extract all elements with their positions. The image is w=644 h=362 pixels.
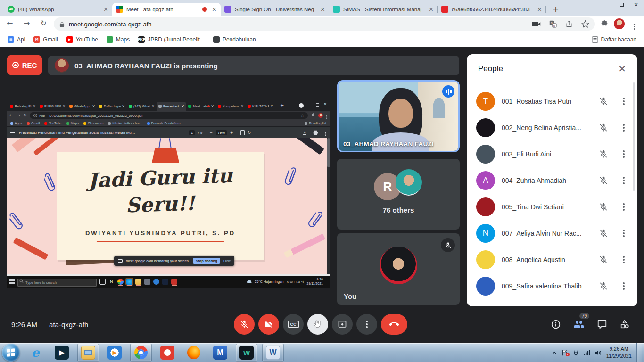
share-icon[interactable] bbox=[565, 20, 573, 28]
participant-options-button[interactable] bbox=[620, 180, 627, 181]
more-options-button[interactable] bbox=[356, 314, 377, 335]
end-call-button[interactable] bbox=[381, 314, 407, 335]
bookmark[interactable]: ▶ YouTube bbox=[66, 36, 98, 43]
taskbar-chrome[interactable] bbox=[130, 344, 152, 362]
forward-icon[interactable]: → bbox=[24, 19, 30, 28]
pdf-page-number[interactable]: 1 bbox=[189, 130, 195, 135]
print-icon[interactable] bbox=[313, 130, 318, 135]
tray-network-icon[interactable] bbox=[584, 350, 590, 355]
window-minimize-button[interactable] bbox=[604, 1, 611, 8]
paperclip-decoration bbox=[305, 207, 328, 232]
start-button[interactable] bbox=[2, 344, 20, 362]
participant-options-button[interactable] bbox=[620, 100, 627, 102]
inner-browser-tab: Meet - ata × bbox=[186, 102, 216, 111]
meeting-details-button[interactable] bbox=[551, 319, 561, 329]
participant-row: N 007_Aeliya Alvin Nur Rac... bbox=[467, 220, 637, 247]
bookmark[interactable]: Pendahuluan bbox=[213, 36, 256, 43]
activities-button[interactable] bbox=[619, 319, 630, 329]
browser-tab[interactable]: Meet - ata-qxgz-afh × bbox=[112, 3, 221, 16]
camera-indicator-icon[interactable] bbox=[532, 21, 541, 27]
tray-show-hidden-icons[interactable] bbox=[552, 351, 557, 354]
camera-toggle-button[interactable] bbox=[258, 314, 279, 335]
inner-bookmark: Formulir Pendaftara... bbox=[147, 122, 183, 125]
translate-icon[interactable]: ab bbox=[549, 20, 557, 28]
new-tab-button[interactable]: + bbox=[550, 3, 562, 16]
participant-options-button[interactable] bbox=[620, 127, 627, 129]
bookmark-star-icon[interactable] bbox=[581, 20, 589, 28]
tab-close-icon[interactable]: × bbox=[320, 6, 325, 13]
pdf-title: Presentasi Pendidikan Ilmu Pengetahuan S… bbox=[19, 131, 137, 135]
bookmark[interactable]: M Gmail bbox=[33, 36, 58, 43]
people-button[interactable]: 79 bbox=[573, 319, 585, 330]
bookmarks-bar: ▦ Apl M Gmail ▶ YouTube Maps bbox=[0, 32, 644, 47]
lock-icon bbox=[59, 21, 65, 27]
inner-browser-tab: Relaxing Piano × bbox=[8, 102, 38, 111]
participant-options-button[interactable] bbox=[620, 285, 627, 287]
present-button[interactable] bbox=[332, 314, 353, 335]
reload-icon[interactable]: ↻ bbox=[41, 19, 47, 27]
bookmark[interactable]: ▦ Apl bbox=[8, 36, 25, 43]
participant-options-button[interactable] bbox=[620, 259, 627, 261]
participant-mic-off-icon bbox=[599, 255, 608, 264]
hide-sharing-button[interactable]: Hide bbox=[223, 259, 231, 263]
slide-card: Jadi Guru itu Seru!! DWIYANTI YUSNINDYA … bbox=[57, 152, 264, 260]
rotate-icon[interactable]: ↻ bbox=[248, 131, 251, 135]
participant-options-button[interactable] bbox=[620, 232, 627, 234]
browser-menu-icon[interactable] bbox=[634, 21, 635, 29]
participant-avatar: N bbox=[476, 224, 495, 243]
participant-options-button[interactable] bbox=[620, 206, 627, 208]
chrome-icon bbox=[134, 346, 148, 359]
browser-tab[interactable]: 48 (48) WhatsApp × bbox=[4, 3, 112, 16]
tab-close-icon[interactable]: × bbox=[103, 6, 108, 13]
tab-favicon bbox=[333, 6, 340, 13]
show-desktop-button[interactable] bbox=[636, 343, 642, 362]
bookmark[interactable]: PKP JPBD (Jurnal Penelit... bbox=[138, 36, 205, 43]
address-bar[interactable]: meet.google.com/ata-qxgz-afh ab bbox=[54, 17, 595, 31]
tray-volume-icon[interactable] bbox=[595, 350, 602, 356]
taskbar-maxthon[interactable]: M bbox=[209, 344, 231, 362]
people-panel-scrollbar[interactable] bbox=[633, 82, 635, 191]
stop-sharing-button[interactable]: Stop sharing bbox=[193, 258, 220, 264]
tray-action-center-flag-icon[interactable]: × bbox=[561, 349, 568, 356]
others-tile[interactable]: R 76 others bbox=[337, 159, 460, 230]
you-video-tile[interactable]: You bbox=[337, 233, 460, 305]
window-restore-button[interactable] bbox=[619, 1, 625, 8]
chat-button[interactable] bbox=[597, 319, 607, 329]
zoom-in-icon[interactable]: + bbox=[230, 131, 233, 135]
slide-title-line2: Seru!! bbox=[56, 189, 264, 219]
back-icon[interactable]: ← bbox=[7, 19, 13, 28]
taskbar-filmora[interactable]: ▶ bbox=[51, 344, 73, 362]
browser-tab[interactable]: Single Sign On - Universitas Neg × bbox=[221, 3, 329, 16]
zoom-out-icon[interactable]: − bbox=[209, 131, 213, 135]
extensions-puzzle-icon[interactable] bbox=[601, 20, 608, 28]
taskbar-gom-player[interactable] bbox=[157, 344, 178, 362]
fit-page-icon[interactable] bbox=[240, 130, 245, 135]
browser-tab[interactable]: SIMAS - Sistem Informasi Manaj × bbox=[329, 3, 438, 16]
taskbar-word[interactable]: W bbox=[262, 344, 284, 362]
profile-avatar[interactable] bbox=[614, 18, 625, 29]
mic-toggle-button[interactable] bbox=[234, 314, 255, 335]
download-icon[interactable]: ↓ bbox=[303, 130, 306, 135]
tab-close-icon[interactable]: × bbox=[429, 6, 434, 13]
bookmark[interactable]: Maps bbox=[107, 36, 130, 43]
taskbar-file-explorer[interactable] bbox=[77, 344, 99, 362]
speaker-video-tile[interactable]: 03_AHMAD RAYHAAN FAUZI bbox=[337, 80, 460, 152]
cast-icon bbox=[118, 259, 123, 263]
taskbar-internet-explorer[interactable]: e bbox=[25, 344, 46, 362]
pdf-scrollbar-track[interactable] bbox=[327, 138, 330, 274]
taskbar-clock[interactable]: 9:26 AM11/29/2021 bbox=[606, 346, 632, 360]
taskbar-webex[interactable]: W bbox=[236, 344, 257, 362]
captions-button[interactable]: CC bbox=[283, 314, 304, 335]
raise-hand-button[interactable] bbox=[307, 314, 328, 335]
taskbar-firefox[interactable] bbox=[183, 344, 205, 362]
tray-power-icon[interactable] bbox=[573, 350, 579, 356]
people-panel-close-icon[interactable]: ✕ bbox=[618, 63, 626, 74]
reading-list-button[interactable]: Daftar bacaan bbox=[585, 36, 636, 43]
inner-messenger-icon bbox=[153, 279, 159, 285]
taskbar-media-player[interactable]: ▶ bbox=[104, 344, 125, 362]
participant-options-button[interactable] bbox=[620, 153, 627, 155]
tab-close-icon[interactable]: × bbox=[212, 6, 217, 13]
tab-close-icon[interactable]: × bbox=[537, 6, 542, 13]
browser-tab[interactable]: c6ae6bf556234824d0866a4f383 × bbox=[438, 3, 546, 16]
window-close-button[interactable]: ✕ bbox=[633, 1, 639, 8]
